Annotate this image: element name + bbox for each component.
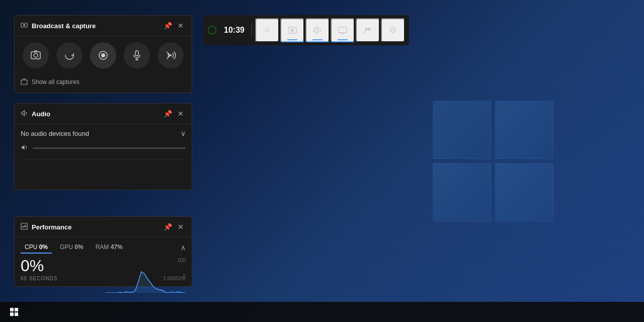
scale-high: 100	[177, 258, 186, 263]
show-captures-label: Show all captures	[32, 78, 79, 86]
win-logo-pane-bl	[433, 163, 491, 221]
audio-panel-title-text: Audio	[32, 110, 50, 118]
audio-extra-space	[15, 159, 192, 190]
xbox-settings-button[interactable]: ⚙	[381, 18, 405, 42]
volume-icon	[21, 143, 29, 153]
broadcast-btn-icon[interactable]	[157, 42, 184, 68]
performance-panel-header: Performance 📌 ✕	[15, 217, 192, 237]
svg-rect-13	[21, 80, 27, 85]
svg-point-6	[23, 24, 25, 26]
svg-rect-17	[10, 312, 14, 316]
broadcast-buttons-row	[15, 36, 192, 74]
svg-point-8	[34, 53, 38, 57]
broadcast-panel-title-text: Broadcast & capture	[32, 22, 96, 30]
performance-panel-title-text: Performance	[32, 223, 71, 231]
broadcast-panel: Broadcast & capture 📌 ✕ Show all capture…	[14, 15, 192, 93]
performance-close-icon[interactable]: ✕	[176, 222, 186, 232]
performance-pin-icon[interactable]: 📌	[163, 222, 173, 232]
audio-panel-title: Audio	[21, 110, 50, 118]
perf-tab-ram[interactable]: RAM 47%	[92, 242, 127, 254]
performance-tabs: CPU 0% GPU 0% RAM 47% ∧	[15, 237, 192, 254]
performance-chart	[105, 258, 186, 293]
win-logo-pane-tl	[433, 101, 491, 159]
svg-rect-16	[15, 308, 18, 311]
perf-tab-cpu-value: 0%	[39, 244, 48, 251]
xbox-divider	[252, 23, 252, 38]
svg-point-3	[365, 28, 368, 31]
broadcast-panel-title: Broadcast & capture	[21, 22, 96, 30]
audio-close-icon[interactable]: ✕	[176, 109, 186, 119]
xbox-menu-button[interactable]: ≡	[255, 18, 279, 42]
svg-rect-2	[339, 27, 347, 33]
broadcast-pin-icon[interactable]: 📌	[163, 21, 173, 31]
performance-panel-title: Performance	[21, 223, 71, 231]
audio-panel-controls: 📌 ✕	[163, 109, 186, 119]
svg-rect-18	[15, 312, 18, 316]
cpu-frequency: 3.600GHz	[163, 276, 186, 281]
audio-title-icon	[21, 110, 28, 118]
perf-tab-gpu-value: 0%	[74, 244, 83, 251]
audio-device-label: No audio devices found	[21, 130, 89, 137]
screenshot-button[interactable]	[23, 42, 49, 68]
xbox-capture-button[interactable]	[280, 18, 304, 42]
perf-tab-gpu-label: GPU	[60, 244, 74, 251]
xbox-audio-button[interactable]	[305, 18, 330, 42]
broadcast-panel-header: Broadcast & capture 📌 ✕	[15, 16, 192, 36]
xbox-time: 10:39	[220, 26, 249, 35]
windows-logo-watermark	[433, 101, 553, 221]
performance-content: 0% 60 SECONDS 100 0 3.600GHz	[15, 254, 192, 286]
xbox-logo-icon: ⬡	[207, 24, 217, 37]
record-last-button[interactable]	[56, 42, 83, 68]
svg-point-12	[170, 54, 172, 56]
perf-tab-ram-value: 47%	[111, 244, 123, 251]
mic-button[interactable]	[124, 42, 150, 68]
perf-collapse-icon[interactable]: ∧	[181, 244, 186, 252]
record-button[interactable]	[90, 42, 116, 68]
xbox-social-button[interactable]	[356, 18, 380, 42]
win-logo-pane-tr	[495, 101, 553, 159]
audio-pin-icon[interactable]: 📌	[163, 109, 173, 119]
broadcast-icon	[21, 22, 28, 30]
svg-rect-11	[135, 51, 138, 56]
perf-tab-ram-label: RAM	[96, 244, 111, 251]
win-logo-pane-br	[495, 163, 553, 221]
xbox-screen-button[interactable]	[331, 18, 355, 42]
svg-rect-7	[31, 52, 40, 59]
perf-tab-cpu-label: CPU	[25, 244, 39, 251]
svg-point-1	[291, 29, 294, 32]
audio-volume-row	[15, 141, 192, 159]
broadcast-panel-controls: 📌 ✕	[163, 21, 186, 31]
audio-panel: Audio 📌 ✕ No audio devices found ∨	[14, 103, 192, 190]
show-captures-row[interactable]: Show all captures	[15, 74, 192, 93]
perf-tab-gpu[interactable]: GPU 0%	[56, 242, 88, 254]
performance-panel: Performance 📌 ✕ CPU 0% GPU 0% RAM 47% ∧ …	[14, 216, 192, 287]
xbox-game-bar: ⬡ 10:39 ≡ ⚙	[203, 15, 409, 45]
svg-rect-14	[21, 223, 27, 229]
perf-tab-cpu[interactable]: CPU 0%	[21, 242, 52, 254]
svg-point-4	[368, 28, 371, 31]
audio-chevron-icon[interactable]: ∨	[181, 129, 186, 137]
audio-device-row: No audio devices found ∨	[15, 124, 192, 141]
volume-track[interactable]	[33, 147, 186, 149]
svg-rect-15	[10, 308, 14, 311]
show-captures-icon	[21, 78, 28, 86]
performance-title-icon	[21, 223, 28, 231]
taskbar	[0, 302, 644, 322]
svg-point-10	[101, 53, 105, 57]
audio-panel-header: Audio 📌 ✕	[15, 104, 192, 124]
broadcast-close-icon[interactable]: ✕	[176, 21, 186, 31]
performance-panel-controls: 📌 ✕	[163, 222, 186, 232]
start-button[interactable]	[4, 302, 24, 322]
